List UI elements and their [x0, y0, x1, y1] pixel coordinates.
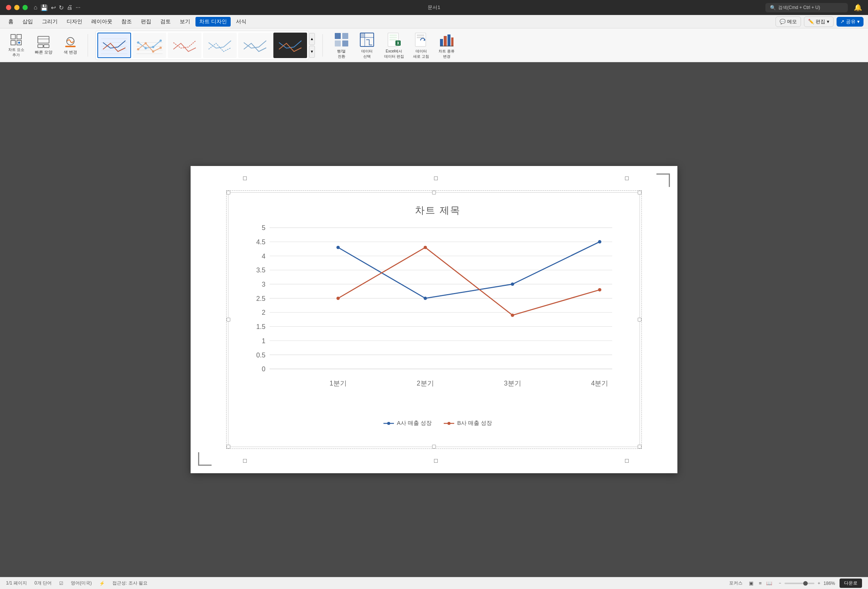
- chart-style-6[interactable]: [273, 33, 307, 58]
- comment-icon: 💬: [780, 19, 786, 24]
- add-element-icon: [9, 33, 23, 46]
- menu-insert[interactable]: 삽입: [19, 17, 37, 27]
- chart-type-label: 차트 종류 변경: [438, 49, 455, 59]
- legend-item-a: A사 매출 성장: [383, 420, 432, 427]
- outer-handle-tl[interactable]: [243, 176, 247, 180]
- outer-handle-tm[interactable]: [434, 176, 438, 180]
- chart-style-1[interactable]: [97, 33, 131, 58]
- handle-tl[interactable]: [227, 191, 230, 194]
- thumb-nav-down[interactable]: ▼: [309, 46, 315, 58]
- svg-rect-48: [440, 39, 443, 46]
- share-icon: ↗: [840, 19, 844, 24]
- svg-rect-6: [38, 36, 49, 43]
- series-a-dot-3: [511, 283, 514, 286]
- home-icon[interactable]: ⌂: [34, 4, 37, 11]
- thumb-nav-up[interactable]: ▲: [309, 33, 315, 45]
- save-icon[interactable]: 💾: [40, 4, 48, 11]
- maximize-button[interactable]: [22, 5, 28, 10]
- handle-bm[interactable]: [432, 445, 436, 448]
- svg-rect-30: [335, 33, 341, 39]
- outer-handle-bl[interactable]: [243, 459, 247, 463]
- chart-style-thumbnails: ▲ ▼: [95, 31, 315, 60]
- menu-design[interactable]: 디자인: [63, 17, 86, 27]
- focus-button[interactable]: 포커스: [729, 580, 743, 586]
- zoom-out-button[interactable]: －: [778, 580, 782, 586]
- menu-format[interactable]: 서식: [232, 17, 250, 27]
- chart-style-2[interactable]: [133, 33, 166, 58]
- outer-handle-tr[interactable]: [625, 176, 629, 180]
- chevron-down-icon: ▾: [827, 19, 829, 24]
- series-a-dot-2: [424, 297, 427, 300]
- more-icon[interactable]: ···: [76, 4, 81, 11]
- svg-text:0: 0: [262, 365, 265, 373]
- add-chart-element-button[interactable]: 차트 요소 추가: [6, 31, 27, 59]
- web-view-button[interactable]: ≡: [756, 579, 764, 588]
- svg-text:1: 1: [262, 337, 265, 345]
- menu-layout[interactable]: 레이아웃: [88, 17, 116, 27]
- print-view-button[interactable]: ▣: [747, 579, 755, 588]
- handle-bl[interactable]: [227, 445, 230, 448]
- chart-svg: 5 4.5 4 3.5 3 2.5 2 1.5 1 0.5 0: [251, 223, 625, 415]
- memo-button[interactable]: 💬 메모: [776, 16, 801, 27]
- search-bar[interactable]: 🔍 검색(Cmd + Ctrl + U): [765, 3, 848, 12]
- ribbon-divider-2: [322, 34, 323, 57]
- statusbar: 1/1 페이지 0개 단어 ☑ 영어(미국) ⚡ 접근성: 조사 필요 포커스 …: [0, 577, 868, 589]
- pencil-icon: ✏️: [808, 19, 814, 24]
- handle-tr[interactable]: [638, 191, 641, 194]
- handle-tm[interactable]: [432, 191, 436, 194]
- menu-draw[interactable]: 그리기: [38, 17, 61, 27]
- titlebar: ⌂ 💾 ↩ ↻ 🖨 ··· 문서1 🔍 검색(Cmd + Ctrl + U) 🔔: [0, 0, 868, 15]
- download-button[interactable]: 다운로: [840, 579, 862, 588]
- handle-ml[interactable]: [227, 318, 230, 321]
- zoom-slider[interactable]: [784, 583, 814, 584]
- print-icon[interactable]: 🖨: [67, 4, 73, 11]
- nav-icons: ⌂ 💾 ↩ ↻ 🖨 ···: [34, 4, 81, 11]
- excel-edit-button[interactable]: X Excel에서 데이터 편집: [381, 30, 407, 61]
- svg-rect-42: [389, 39, 397, 40]
- svg-rect-33: [342, 40, 348, 46]
- handle-br[interactable]: [638, 445, 641, 448]
- chart-type-icon: [438, 31, 455, 48]
- chart-style-4[interactable]: [203, 33, 237, 58]
- quick-layout-button[interactable]: 빠른 모양: [33, 34, 55, 57]
- chart-style-3[interactable]: [168, 33, 201, 58]
- data-refresh-button[interactable]: 데이터 새로 고침: [410, 30, 433, 61]
- outer-handle-bm[interactable]: [434, 459, 438, 463]
- close-button[interactable]: [6, 5, 11, 10]
- menu-review[interactable]: 검토: [157, 17, 174, 27]
- series-b-dot-2: [424, 246, 427, 249]
- redo-icon[interactable]: ↻: [59, 4, 64, 11]
- undo-icon[interactable]: ↩: [51, 4, 56, 11]
- notification-icon[interactable]: 🔔: [854, 3, 862, 12]
- ribbon-right-group: ↕ 행/열 전환 데이터 선택: [330, 30, 458, 61]
- zoom-in-button[interactable]: ＋: [817, 580, 821, 586]
- row-col-switch-button[interactable]: ↕ 행/열 전환: [330, 30, 353, 61]
- menu-view[interactable]: 보기: [176, 17, 194, 27]
- data-select-button[interactable]: 데이터 선택: [356, 30, 378, 61]
- chart-style-5[interactable]: [238, 33, 272, 58]
- svg-point-27: [152, 50, 154, 52]
- svg-text:3.5: 3.5: [256, 266, 265, 274]
- color-change-button[interactable]: 색 변경: [61, 34, 80, 57]
- svg-rect-2: [11, 40, 15, 45]
- share-button[interactable]: ↗ 공유 ▾: [837, 17, 864, 27]
- svg-rect-49: [444, 36, 447, 46]
- series-b-dot-3: [511, 314, 514, 317]
- zoom-thumb[interactable]: [803, 581, 808, 586]
- chart-container[interactable]: 차트 제목 5 4.5 4 3.5 3 2.5 2 1.5 1 0.5: [228, 192, 640, 447]
- menu-edit[interactable]: 편집: [137, 17, 155, 27]
- handle-mr[interactable]: [638, 318, 641, 321]
- edit-button[interactable]: ✏️ 편집 ▾: [804, 16, 834, 27]
- menu-references[interactable]: 참조: [118, 17, 136, 27]
- svg-rect-1: [17, 34, 21, 39]
- svg-point-23: [152, 46, 154, 48]
- read-view-button[interactable]: 📖: [765, 579, 773, 588]
- menu-chart-design[interactable]: 차트 디자인: [195, 17, 231, 27]
- menu-home[interactable]: 홈: [4, 17, 17, 27]
- proofread-icon[interactable]: ☑: [59, 581, 63, 586]
- minimize-button[interactable]: [14, 5, 19, 10]
- outer-handle-br[interactable]: [625, 459, 629, 463]
- chart-type-button[interactable]: 차트 종류 변경: [435, 30, 458, 61]
- svg-point-28: [160, 46, 162, 49]
- row-col-label: 행/열 전환: [337, 49, 346, 59]
